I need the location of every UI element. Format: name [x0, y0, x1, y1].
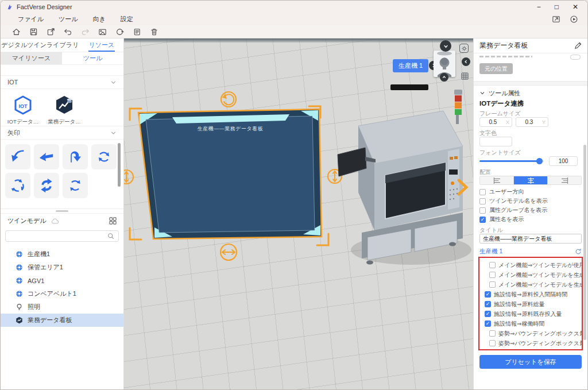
- share-icon[interactable]: [552, 15, 560, 24]
- snapshot-button[interactable]: [96, 26, 109, 37]
- display-option[interactable]: ユーザー方向: [474, 187, 587, 196]
- tree-item[interactable]: 保管エリア1: [1, 261, 123, 274]
- svg-text:IOT: IOT: [19, 103, 28, 109]
- panel-scrollbar[interactable]: [583, 145, 586, 340]
- checkbox[interactable]: ✓: [485, 291, 491, 298]
- orbit-button[interactable]: [113, 26, 126, 37]
- attribute-option[interactable]: メイン機能⇒ツインモデルを生成する間隔: [479, 270, 582, 280]
- text-color-field[interactable]: [479, 137, 512, 146]
- checkbox[interactable]: [489, 330, 496, 337]
- font-size-slider[interactable]: [479, 158, 544, 164]
- nav-chevron-up-icon[interactable]: [440, 73, 448, 82]
- move-handle[interactable]: [220, 244, 237, 260]
- attribute-option[interactable]: ✓ 施設情報⇒原料投入間隔時間: [479, 289, 582, 299]
- viewport-3d[interactable]: 生産機 1: [124, 38, 473, 390]
- preview-icon[interactable]: [570, 15, 578, 24]
- tool-attributes-section[interactable]: ツール属性: [474, 86, 587, 98]
- tool-item[interactable]: IOT IOTデータ…: [6, 94, 40, 122]
- tree-item[interactable]: AGV1: [1, 274, 123, 287]
- attribute-option[interactable]: 姿勢⇒バウンディングボックス最大値: [479, 329, 582, 338]
- sidebar-scrollbar[interactable]: [118, 143, 121, 187]
- subtab-tools[interactable]: ツール: [62, 52, 123, 64]
- home-button[interactable]: [10, 26, 23, 37]
- alignment-align-center[interactable]: [514, 176, 548, 184]
- layout-grid-icon[interactable]: [109, 217, 117, 225]
- undo-button[interactable]: [61, 26, 75, 37]
- attribute-option[interactable]: メイン機能⇒ツインモデルが使用するテン: [479, 260, 582, 270]
- sidebar-splitter[interactable]: [1, 208, 123, 213]
- viewport-table-icon[interactable]: [461, 72, 469, 80]
- arrow-tool[interactable]: [5, 173, 30, 198]
- arrow-tool[interactable]: [63, 144, 88, 169]
- attribute-option[interactable]: メイン機能⇒ツインモデルを生成するタイ: [479, 280, 582, 289]
- copy-button[interactable]: [130, 26, 144, 37]
- menu-orientation[interactable]: 向き: [93, 15, 106, 24]
- minimize-button[interactable]: −: [537, 3, 541, 10]
- close-button[interactable]: ✕: [572, 3, 578, 10]
- menu-tools[interactable]: ツール: [59, 15, 78, 24]
- tool-item[interactable]: 業務データ…: [48, 94, 81, 122]
- menu-settings[interactable]: 設定: [121, 15, 133, 24]
- alignment-align-left[interactable]: [480, 176, 514, 184]
- checkbox[interactable]: [479, 207, 486, 214]
- arrow-tool[interactable]: [5, 144, 30, 169]
- arrow-tool[interactable]: [91, 144, 117, 169]
- checkbox[interactable]: [489, 340, 496, 346]
- display-option[interactable]: 属性グループ名を表示: [474, 206, 587, 215]
- tree-item[interactable]: 業務データ看板: [1, 314, 123, 327]
- subtab-my-resources[interactable]: マイリソース: [1, 52, 62, 64]
- checkbox[interactable]: ✓: [485, 301, 491, 307]
- tree-item[interactable]: コンベアベルト1: [1, 287, 123, 300]
- model-link[interactable]: 生産機 1: [479, 248, 502, 256]
- checkbox[interactable]: [479, 189, 486, 195]
- slider-thumb[interactable]: [536, 158, 543, 164]
- title-field[interactable]: 生産機——業務データ看板: [479, 234, 582, 244]
- tab-resource[interactable]: リソース: [80, 38, 123, 52]
- checkbox[interactable]: ✓: [479, 217, 486, 223]
- display-option[interactable]: ✓ 属性名を表示: [474, 215, 587, 224]
- machine-label[interactable]: 生産機 1: [393, 59, 428, 72]
- save-preset-button[interactable]: プリセットを保存: [479, 355, 582, 369]
- attribute-option[interactable]: 姿勢⇒バウンディングボックス最小値: [479, 338, 582, 348]
- arrow-tool[interactable]: [63, 173, 88, 198]
- attribute-option[interactable]: ✓ 施設情報⇒原料総量: [479, 299, 582, 309]
- edit-pencil-icon[interactable]: [574, 42, 582, 49]
- stack-light: [454, 90, 462, 124]
- save-button[interactable]: [27, 26, 40, 37]
- menu-file[interactable]: ファイル: [18, 15, 44, 24]
- refresh-icon[interactable]: [575, 248, 582, 255]
- machine-3d-model[interactable]: [338, 90, 463, 264]
- section-iot[interactable]: IOT: [1, 75, 123, 89]
- tree-item[interactable]: 生産機1: [1, 248, 123, 261]
- maximize-button[interactable]: □: [555, 3, 559, 10]
- checkbox[interactable]: [489, 272, 496, 278]
- scale-handle-left[interactable]: [124, 170, 133, 184]
- attribute-option[interactable]: ✓ 施設情報⇒原料既存投入量: [479, 309, 582, 319]
- checkbox[interactable]: ✓: [485, 321, 491, 327]
- export-button[interactable]: [44, 26, 57, 37]
- arrow-tool[interactable]: [34, 173, 59, 198]
- checkbox[interactable]: [489, 281, 496, 288]
- trash-button[interactable]: [148, 26, 161, 37]
- tree-item[interactable]: 照明: [1, 300, 123, 314]
- tab-library[interactable]: デジタルツインライブラリ: [1, 38, 80, 52]
- viewport-settings-gear-icon[interactable]: [459, 44, 469, 53]
- clipped-control[interactable]: [570, 55, 581, 60]
- font-size-field[interactable]: 100: [549, 156, 578, 166]
- alignment-align-right[interactable]: [548, 176, 581, 184]
- nav-chevron-down-icon[interactable]: [440, 40, 451, 52]
- checkbox[interactable]: ✓: [485, 311, 491, 317]
- section-arrows[interactable]: 矢印: [1, 126, 123, 140]
- display-option[interactable]: ツインモデル名を表示: [474, 196, 587, 206]
- nav-chevron-left-icon[interactable]: [462, 57, 470, 66]
- search-input[interactable]: [5, 230, 119, 242]
- redo-button[interactable]: [79, 26, 92, 37]
- rotate-handle[interactable]: [221, 92, 236, 107]
- frame-width-field[interactable]: 0.5 X: [479, 117, 512, 127]
- checkbox[interactable]: [479, 198, 486, 204]
- arrow-tool[interactable]: [34, 144, 59, 169]
- attribute-option[interactable]: ✓ 施設情報⇒稼働時間: [479, 319, 582, 329]
- original-position-button[interactable]: 元の位置: [479, 63, 513, 74]
- checkbox[interactable]: [489, 262, 496, 268]
- frame-height-field[interactable]: 0.3 Y: [516, 117, 548, 127]
